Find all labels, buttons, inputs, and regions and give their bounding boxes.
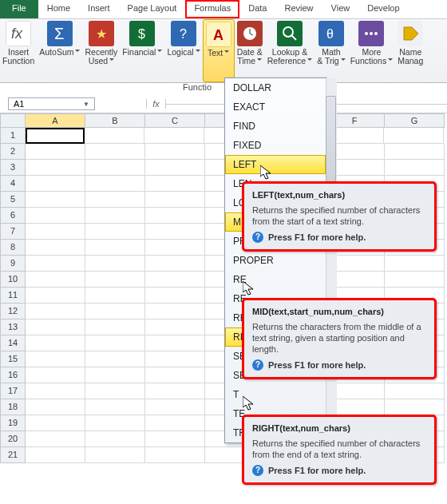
insert-function-button[interactable]: fx Insert Function [0, 19, 37, 82]
row-header[interactable]: 15 [0, 351, 26, 367]
worksheet-grid[interactable]: A B C F G 123456789101112131415161718192… [0, 113, 447, 463]
cell[interactable] [85, 128, 144, 144]
row-header[interactable]: 20 [0, 431, 26, 447]
recently-used-button[interactable]: ★ Recently Used [82, 19, 120, 82]
tab-review[interactable]: Review [275, 0, 322, 18]
cell[interactable] [26, 351, 85, 367]
row-header[interactable]: 16 [0, 367, 26, 383]
cell[interactable] [85, 304, 145, 319]
row-header[interactable]: 11 [0, 288, 26, 304]
name-box[interactable]: A1▼ [8, 97, 95, 110]
dropdown-item-fixed[interactable]: FIXED [225, 136, 326, 155]
cell[interactable] [145, 431, 205, 447]
dropdown-item-dollar[interactable]: DOLLAR [225, 78, 326, 97]
cell[interactable] [385, 399, 445, 415]
cell[interactable] [144, 128, 204, 144]
cell[interactable] [145, 304, 205, 319]
cell[interactable] [26, 288, 85, 304]
cell[interactable] [85, 160, 145, 176]
cell[interactable] [26, 192, 85, 208]
cell[interactable] [26, 335, 85, 351]
tab-data[interactable]: Data [239, 0, 275, 18]
cell[interactable] [26, 415, 85, 431]
tab-formulas[interactable]: Formulas [185, 0, 239, 18]
tab-file[interactable]: File [0, 0, 38, 18]
cell[interactable] [145, 208, 205, 224]
cell[interactable] [26, 383, 85, 399]
row-header[interactable]: 5 [0, 192, 26, 208]
tab-insert[interactable]: Insert [79, 0, 119, 18]
row-header[interactable]: 8 [0, 240, 26, 256]
cell[interactable] [85, 256, 145, 272]
dropdown-item-find[interactable]: FIND [225, 117, 326, 136]
tab-view[interactable]: View [322, 0, 359, 18]
cell[interactable] [85, 224, 145, 240]
tab-developer[interactable]: Develop [358, 0, 408, 18]
dropdown-item-exact[interactable]: EXACT [225, 97, 326, 117]
dropdown-item-re[interactable]: RE [225, 270, 326, 289]
cell[interactable] [85, 176, 145, 192]
cell[interactable] [145, 383, 205, 399]
cell[interactable] [26, 160, 85, 176]
cell[interactable] [26, 399, 85, 415]
tab-home[interactable]: Home [38, 0, 79, 18]
cell[interactable] [26, 256, 85, 272]
text-button[interactable]: A Text [203, 19, 235, 82]
cell[interactable] [145, 288, 205, 304]
row-header[interactable]: 4 [0, 176, 26, 192]
date-time-button[interactable]: Date & Time [235, 19, 265, 82]
cell[interactable] [26, 272, 85, 288]
cell[interactable] [85, 431, 145, 447]
cell[interactable] [85, 399, 145, 415]
cell[interactable] [85, 447, 145, 463]
cell[interactable] [385, 160, 445, 176]
cell[interactable] [145, 176, 205, 192]
cell[interactable] [85, 240, 145, 256]
col-header-c[interactable]: C [145, 113, 205, 128]
cell[interactable] [145, 447, 205, 463]
row-header[interactable]: 17 [0, 383, 26, 399]
row-header[interactable]: 6 [0, 208, 26, 224]
row-header[interactable]: 14 [0, 335, 26, 351]
cell[interactable] [26, 319, 85, 335]
cell[interactable] [85, 192, 145, 208]
row-header[interactable]: 18 [0, 399, 26, 415]
cell[interactable] [85, 415, 145, 431]
dropdown-item-proper[interactable]: PROPER [225, 251, 326, 270]
row-header[interactable]: 10 [0, 272, 26, 288]
row-header[interactable]: 21 [0, 447, 26, 463]
select-all-corner[interactable] [0, 113, 26, 128]
logical-button[interactable]: ? Logical [164, 19, 202, 82]
lookup-reference-button[interactable]: Lookup & Reference [265, 19, 314, 82]
row-header[interactable]: 2 [0, 144, 26, 160]
cell[interactable] [26, 224, 85, 240]
cell[interactable] [85, 272, 145, 288]
row-header[interactable]: 7 [0, 224, 26, 240]
cell[interactable] [145, 399, 205, 415]
cell[interactable] [384, 128, 444, 144]
cell[interactable] [145, 256, 205, 272]
financial-button[interactable]: $ Financial [120, 19, 164, 82]
col-header-b[interactable]: B [85, 113, 145, 128]
cell[interactable] [145, 224, 205, 240]
cell[interactable] [26, 144, 85, 160]
cell[interactable] [26, 367, 85, 383]
cell[interactable] [385, 272, 445, 288]
cell[interactable] [145, 192, 205, 208]
cell[interactable] [85, 319, 145, 335]
cell[interactable] [85, 144, 145, 160]
cell[interactable] [385, 256, 445, 272]
cell[interactable] [145, 272, 205, 288]
tab-page-layout[interactable]: Page Layout [119, 0, 186, 18]
cell[interactable] [85, 288, 145, 304]
cell[interactable] [26, 208, 85, 224]
col-header-a[interactable]: A [26, 113, 85, 128]
math-trig-button[interactable]: θ Math & Trig [314, 19, 347, 82]
col-header-g[interactable]: G [385, 113, 445, 128]
cell[interactable] [85, 335, 145, 351]
cell[interactable] [145, 367, 205, 383]
cell[interactable] [85, 208, 145, 224]
row-header[interactable]: 9 [0, 256, 26, 272]
cell[interactable] [145, 351, 205, 367]
cell[interactable] [26, 431, 85, 447]
